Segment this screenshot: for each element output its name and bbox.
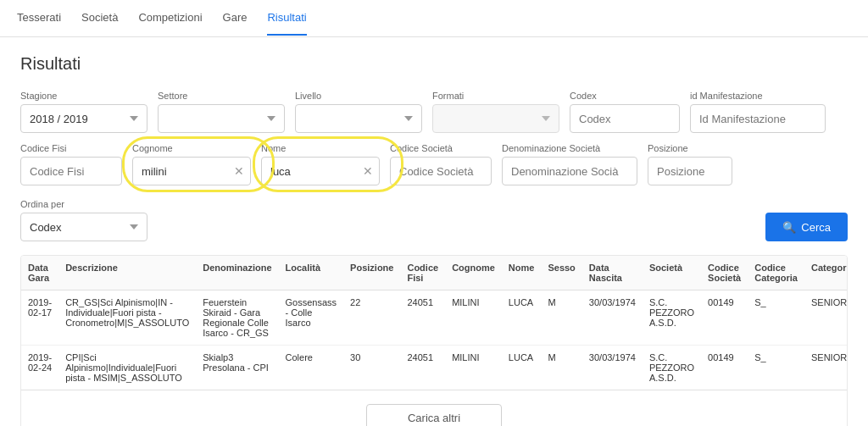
cognome-input[interactable] — [132, 157, 251, 185]
cognome-label: Cognome — [132, 143, 251, 153]
nome-label: Nome — [261, 143, 380, 153]
col-descrizione: Descrizione — [58, 256, 196, 290]
filter-id-manifestazione: id Manifestazione — [690, 91, 826, 133]
results-table: DataGara Descrizione Denominazione Local… — [21, 256, 848, 390]
col-cognome: Cognome — [445, 256, 502, 290]
col-codice-fisi: CodiceFisi — [400, 256, 445, 290]
filter-ordina-per: Ordina per Codex — [20, 199, 147, 241]
ordina-per-select[interactable]: Codex — [20, 213, 147, 241]
stagione-select[interactable]: 2018 / 2019 — [20, 104, 147, 133]
posizione-label: Posizione — [648, 143, 732, 153]
filter-row-1: Stagione 2018 / 2019 Settore Livello — [20, 91, 848, 133]
settore-select[interactable] — [158, 104, 285, 133]
col-nome: Nome — [502, 256, 542, 290]
nav-gare[interactable]: Gare — [223, 1, 248, 36]
cerca-button[interactable]: 🔍 Cerca — [765, 213, 848, 241]
livello-select[interactable] — [295, 104, 422, 133]
filter-row-2: Codice Fisi Cognome ✕ Nome ✕ — [20, 143, 848, 185]
formati-label: Formati — [432, 91, 559, 101]
table-row: 2019-02-24CPI|Sci Alpinismo|Individuale|… — [21, 346, 848, 390]
denominazione-societa-label: Denominazione Società — [502, 143, 637, 153]
stagione-label: Stagione — [20, 91, 147, 101]
col-data-gara: DataGara — [21, 256, 58, 290]
filter-posizione: Posizione — [648, 143, 732, 185]
filter-formati: Formati — [432, 91, 559, 133]
col-data-nascita: DataNascita — [582, 256, 643, 290]
ordina-per-section: Ordina per Codex — [20, 199, 147, 241]
search-icon: 🔍 — [782, 221, 796, 234]
main-content: Risultati Stagione 2018 / 2019 Settore L… — [0, 37, 868, 426]
posizione-input[interactable] — [648, 157, 732, 185]
nav-risultati[interactable]: Risultati — [267, 1, 306, 36]
filter-codice-fisi: Codice Fisi — [20, 143, 122, 185]
codice-societa-label: Codice Società — [390, 143, 492, 153]
codice-societa-input[interactable] — [390, 157, 492, 185]
denominazione-societa-input[interactable] — [502, 157, 637, 185]
col-codice-categoria: CodiceCategoria — [748, 256, 804, 290]
cognome-clear-button[interactable]: ✕ — [234, 165, 244, 177]
col-societa: Società — [643, 256, 701, 290]
load-more-row: Carica altri — [21, 390, 847, 426]
settore-label: Settore — [158, 91, 285, 101]
filter-nome: Nome ✕ — [261, 143, 380, 185]
filter-cognome: Cognome ✕ — [132, 143, 251, 185]
filter-stagione: Stagione 2018 / 2019 — [20, 91, 147, 133]
cerca-label: Cerca — [801, 221, 831, 234]
nome-clear-button[interactable]: ✕ — [363, 165, 373, 177]
col-codice-societa: CodiceSocietà — [701, 256, 748, 290]
nav-societa[interactable]: Società — [81, 1, 118, 36]
ordina-per-label: Ordina per — [20, 199, 147, 209]
page-title: Risultati — [20, 54, 848, 74]
filter-livello: Livello — [295, 91, 422, 133]
id-manifestazione-label: id Manifestazione — [690, 91, 826, 101]
livello-label: Livello — [295, 91, 422, 101]
filters-section: Stagione 2018 / 2019 Settore Livello — [20, 91, 848, 185]
id-manifestazione-input[interactable] — [690, 104, 826, 133]
results-table-wrap: DataGara Descrizione Denominazione Local… — [20, 255, 848, 426]
nav-tesserati[interactable]: Tesserati — [17, 1, 61, 36]
filter-codex: Codex — [570, 91, 680, 133]
formati-select[interactable] — [432, 104, 559, 133]
col-posizione: Posizione — [343, 256, 400, 290]
cognome-input-wrap: ✕ — [132, 157, 251, 185]
nav-competizioni[interactable]: Competizioni — [138, 1, 202, 36]
nome-input-wrap: ✕ — [261, 157, 380, 185]
filter-settore: Settore — [158, 91, 285, 133]
col-denominazione: Denominazione — [196, 256, 278, 290]
table-row: 2019-02-17CR_GS|Sci Alpinismo|IN - Indiv… — [21, 290, 848, 346]
table-header-row: DataGara Descrizione Denominazione Local… — [21, 256, 848, 290]
codex-input[interactable] — [570, 104, 680, 133]
codex-label: Codex — [570, 91, 680, 101]
filter-codice-societa: Codice Società — [390, 143, 492, 185]
filter-denominazione-societa: Denominazione Società — [502, 143, 637, 185]
codice-fisi-label: Codice Fisi — [20, 143, 122, 153]
ordina-cerca-row: Ordina per Codex 🔍 Cerca — [20, 199, 848, 241]
codice-fisi-input[interactable] — [20, 157, 122, 185]
load-more-button[interactable]: Carica altri — [366, 404, 502, 426]
navigation: Tesserati Società Competizioni Gare Risu… — [0, 0, 868, 37]
col-localita: Località — [279, 256, 344, 290]
col-sesso: Sesso — [541, 256, 581, 290]
nome-input[interactable] — [261, 157, 380, 185]
col-categoria: Categoria — [804, 256, 848, 290]
